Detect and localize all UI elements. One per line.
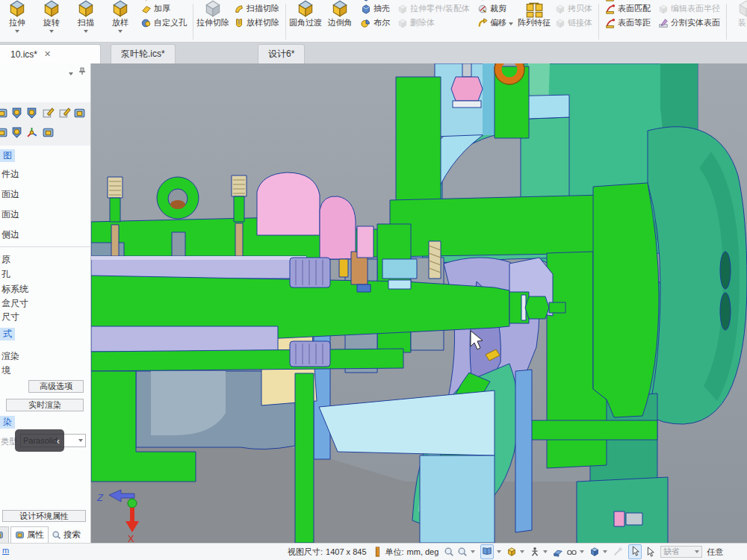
walk-through-icon[interactable] xyxy=(530,547,540,557)
chevron-down-icon[interactable] xyxy=(471,550,475,553)
panel-collapse-chevron-icon[interactable] xyxy=(69,72,73,75)
chevron-down-icon[interactable] xyxy=(497,550,501,553)
shell-boolean-column: 抽壳 布尔 xyxy=(357,0,394,42)
list-item[interactable]: 尺寸 xyxy=(1,311,19,323)
disabled-copy-column: 拷贝体 链接体 xyxy=(551,0,596,42)
list-item-selected[interactable]: 染 xyxy=(0,416,15,429)
panel-tool-icon[interactable] xyxy=(58,107,71,119)
trim-button[interactable]: 裁剪 xyxy=(475,1,515,16)
left-panel: 图 件边 面边 面边 侧边 原 孔 标系统 盒尺寸 尺寸 式 渲染 境 高级选项… xyxy=(0,63,91,543)
panel-tool-icon[interactable] xyxy=(25,107,38,119)
tab-design6[interactable]: 设计6* xyxy=(258,44,305,63)
chevron-down-icon[interactable] xyxy=(509,22,513,25)
fillet-button[interactable]: 圆角过渡 xyxy=(288,0,323,42)
chevron-down-icon[interactable] xyxy=(580,550,584,553)
section-prism-icon[interactable] xyxy=(553,547,563,557)
extrude-icon xyxy=(7,0,27,18)
panel-tool-icon[interactable] xyxy=(10,107,23,119)
list-item[interactable]: 孔 xyxy=(1,268,10,281)
close-icon[interactable]: ✕ xyxy=(44,49,51,59)
divider xyxy=(0,246,91,247)
extrude-cut-button[interactable]: 拉伸切除 xyxy=(196,0,230,42)
chevron-down-icon[interactable] xyxy=(543,550,548,553)
thicken-button[interactable]: 加厚 xyxy=(139,1,189,16)
panel-tool-icon[interactable] xyxy=(0,126,8,139)
surface-offset-button[interactable]: 表面等距 xyxy=(603,16,653,30)
shell-button[interactable]: 抽壳 xyxy=(359,1,392,16)
chevron-down-icon[interactable] xyxy=(603,550,607,553)
offset-button[interactable]: 偏移 xyxy=(475,16,515,30)
list-item[interactable]: 面边 xyxy=(1,208,19,221)
list-item[interactable]: 件边 xyxy=(1,168,19,181)
list-item[interactable]: 境 xyxy=(1,364,10,377)
loft-cut-button[interactable]: 放样切除 xyxy=(232,16,282,30)
list-item[interactable]: 侧边 xyxy=(1,228,19,241)
chevron-down-icon[interactable] xyxy=(84,30,88,33)
list-item-selected[interactable]: 图 xyxy=(0,149,15,162)
link-body-icon xyxy=(555,18,565,28)
panel-tab-search[interactable]: 搜索 xyxy=(48,526,84,543)
viewport-canvas[interactable]: Z X xyxy=(91,63,747,543)
panel-tool-icon[interactable] xyxy=(42,126,55,139)
perspective-glasses-icon[interactable] xyxy=(566,547,577,557)
panel-tab-structure[interactable] xyxy=(0,526,9,543)
edit-surface-radius-icon xyxy=(658,4,669,14)
realtime-render-button[interactable]: 实时渲染 xyxy=(6,399,84,411)
pin-icon[interactable] xyxy=(78,66,87,75)
panel-tool-icon[interactable] xyxy=(0,107,8,119)
search-icon xyxy=(52,530,61,540)
view-manager-button[interactable] xyxy=(480,544,494,559)
display-cube-icon[interactable] xyxy=(589,547,600,557)
panel-tool-icon[interactable] xyxy=(73,107,86,119)
advanced-options-button[interactable]: 高级选项 xyxy=(28,380,84,393)
tab-label: 设计6* xyxy=(268,48,294,60)
copy-body-icon xyxy=(555,4,565,14)
chevron-down-icon xyxy=(78,439,83,442)
panel-tab-properties[interactable]: 属性 xyxy=(10,526,49,543)
extrude-button[interactable]: 拉伸 xyxy=(0,0,34,42)
boolean-button[interactable]: 布尔 xyxy=(359,16,392,30)
select-tool-button[interactable] xyxy=(628,544,642,559)
list-item[interactable]: 原 xyxy=(1,253,10,266)
list-item[interactable]: 渲染 xyxy=(1,350,19,363)
list-item[interactable]: 盒尺寸 xyxy=(1,297,28,310)
create-extra-column: 加厚 自定义孔 xyxy=(137,0,190,42)
list-item[interactable]: 面边 xyxy=(1,188,19,201)
watermark-link[interactable]: m xyxy=(2,546,9,555)
view-size-readout: 视图尺寸: 1407 x 845 xyxy=(288,547,367,558)
snap-mode-label[interactable]: 任意 xyxy=(707,547,723,558)
panel-tool-icon[interactable] xyxy=(10,126,23,139)
custom-hole-button[interactable]: 自定义孔 xyxy=(139,16,189,30)
split-surface-button[interactable]: 分割实体表面 xyxy=(656,16,722,30)
chamfer-button[interactable]: 边倒角 xyxy=(323,0,357,42)
view-book-icon xyxy=(482,546,492,556)
origin-dot xyxy=(128,499,137,508)
measure-wand-icon xyxy=(613,547,623,557)
chevron-down-icon[interactable] xyxy=(49,30,54,33)
zoom-in-icon[interactable] xyxy=(444,547,454,557)
render-profile-dropdown[interactable]: 缺省 xyxy=(660,546,702,558)
ribbon-divider xyxy=(193,4,193,40)
surface-match-button[interactable]: 表面匹配 xyxy=(603,1,653,16)
chevron-down-icon[interactable] xyxy=(118,30,123,33)
loft-button[interactable]: 放样 xyxy=(103,0,137,42)
panel-tool-icon[interactable] xyxy=(42,107,55,119)
tab-10ics[interactable]: 10.ics* ✕ xyxy=(0,44,101,63)
list-item[interactable]: 标系统 xyxy=(1,283,28,296)
secondary-cursor-icon[interactable] xyxy=(645,547,655,557)
panel-tool-icon[interactable] xyxy=(25,126,38,139)
zoom-out-icon[interactable] xyxy=(457,547,468,557)
overlay-tooltip[interactable]: ‹ xyxy=(15,429,64,452)
chevron-down-icon[interactable] xyxy=(520,550,524,553)
list-item-selected[interactable]: 式 xyxy=(0,328,15,340)
chevron-down-icon[interactable] xyxy=(15,30,19,33)
revolve-button[interactable]: 旋转 xyxy=(34,0,69,42)
sweep-cut-button[interactable]: 扫描切除 xyxy=(232,1,282,16)
render-mode-icon[interactable] xyxy=(506,547,517,557)
sweep-button[interactable]: 扫描 xyxy=(69,0,103,42)
tab-label: 10.ics* xyxy=(10,49,37,60)
design-env-properties-button[interactable]: 设计环境属性 xyxy=(2,510,86,522)
pattern-feature-button[interactable]: 阵列特征 xyxy=(517,0,551,42)
tab-pump-impeller[interactable]: 泵叶轮.ics* xyxy=(111,44,176,63)
ruler-icon[interactable] xyxy=(372,547,382,557)
